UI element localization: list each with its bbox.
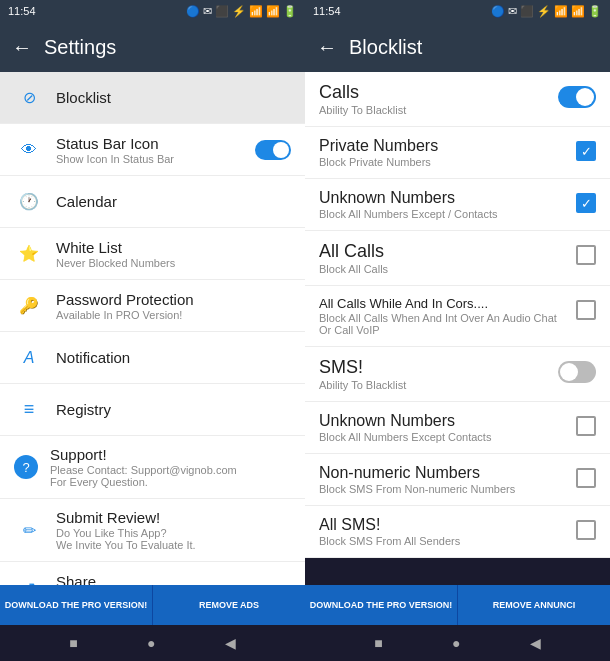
right-back-icon[interactable]: ← bbox=[317, 36, 337, 59]
share-text: Share Want To Share This App With Your F… bbox=[56, 573, 291, 586]
unknown-text: Unknown Numbers Block All Numbers Except… bbox=[319, 189, 568, 220]
all-sms-text: All SMS! Block SMS From All Senders bbox=[319, 516, 568, 547]
all-calls-while-text: All Calls While And In Cors.... Block Al… bbox=[319, 296, 568, 336]
registry-text: Registry bbox=[56, 401, 291, 418]
left-time: 11:54 bbox=[8, 5, 36, 17]
password-text: Password Protection Available In PRO Ver… bbox=[56, 291, 291, 321]
block-private-numbers[interactable]: Private Numbers Block Private Numbers ✓ bbox=[305, 127, 610, 179]
block-all-calls-while[interactable]: All Calls While And In Cors.... Block Al… bbox=[305, 286, 610, 347]
right-bottom-bar: DOWNLOAD THE PRO VERSION! REMOVE ANNUNCI bbox=[305, 585, 610, 625]
private-text: Private Numbers Block Private Numbers bbox=[319, 137, 568, 168]
settings-item-registry[interactable]: ≡ Registry bbox=[0, 384, 305, 436]
settings-item-blocklist[interactable]: ⊘ Blocklist bbox=[0, 72, 305, 124]
right-download-pro-button[interactable]: DOWNLOAD THE PRO VERSION! bbox=[305, 585, 458, 625]
settings-item-password[interactable]: 🔑 Password Protection Available In PRO V… bbox=[0, 280, 305, 332]
left-status-icons: 🔵 ✉ ⬛ ⚡ 📶 📶 🔋 bbox=[186, 5, 297, 18]
block-calls[interactable]: Calls Ability To Blacklist bbox=[305, 72, 610, 127]
left-nav-square[interactable]: ■ bbox=[69, 635, 77, 651]
right-title: Blocklist bbox=[349, 36, 422, 59]
notification-icon: A bbox=[14, 349, 44, 367]
left-bottom-bar: DOWNLOAD THE PRO VERSION! REMOVE ADS bbox=[0, 585, 305, 625]
left-remove-ads-button[interactable]: REMOVE ADS bbox=[153, 585, 305, 625]
whitelist-icon: ⭐ bbox=[14, 244, 44, 263]
settings-item-share[interactable]: ↗ Share Want To Share This App With Your… bbox=[0, 562, 305, 585]
statusbar-toggle[interactable] bbox=[255, 140, 291, 160]
statusbar-icon: 👁 bbox=[14, 141, 44, 159]
unknown-sms-text: Unknown Numbers Block All Numbers Except… bbox=[319, 412, 568, 443]
settings-list: ⊘ Blocklist 👁 Status Bar Icon Show Icon … bbox=[0, 72, 305, 585]
left-nav-back[interactable]: ◀ bbox=[225, 635, 236, 651]
settings-item-statusbar[interactable]: 👁 Status Bar Icon Show Icon In Status Ba… bbox=[0, 124, 305, 176]
right-nav-bar: ■ ● ◀ bbox=[305, 625, 610, 661]
sms-text: SMS! Ability To Blacklist bbox=[319, 357, 550, 391]
left-status-bar: 11:54 🔵 ✉ ⬛ ⚡ 📶 📶 🔋 bbox=[0, 0, 305, 22]
left-download-pro-button[interactable]: DOWNLOAD THE PRO VERSION! bbox=[0, 585, 153, 625]
review-icon: ✏ bbox=[14, 521, 44, 540]
support-icon: ? bbox=[14, 455, 38, 479]
right-header: ← Blocklist bbox=[305, 22, 610, 72]
calendar-icon: 🕐 bbox=[14, 192, 44, 211]
blocklist-text: Blocklist bbox=[56, 89, 291, 106]
right-status-bar: 11:54 🔵 ✉ ⬛ ⚡ 📶 📶 🔋 bbox=[305, 0, 610, 22]
right-remove-ads-button[interactable]: REMOVE ANNUNCI bbox=[458, 585, 610, 625]
block-all-sms[interactable]: All SMS! Block SMS From All Senders bbox=[305, 506, 610, 558]
unknown-checkbox[interactable]: ✓ bbox=[576, 193, 596, 213]
private-checkbox[interactable]: ✓ bbox=[576, 141, 596, 161]
block-sms[interactable]: SMS! Ability To Blacklist bbox=[305, 347, 610, 402]
unknown-sms-checkbox[interactable] bbox=[576, 416, 596, 436]
nonnumeric-text: Non-numeric Numbers Block SMS From Non-n… bbox=[319, 464, 568, 495]
whitelist-text: White List Never Blocked Numbers bbox=[56, 239, 291, 269]
right-time: 11:54 bbox=[313, 5, 341, 17]
statusbar-text: Status Bar Icon Show Icon In Status Bar bbox=[56, 135, 255, 165]
notification-text: Notification bbox=[56, 349, 291, 366]
left-nav-bar: ■ ● ◀ bbox=[0, 625, 305, 661]
settings-item-support[interactable]: ? Support! Please Contact: Support@vigno… bbox=[0, 436, 305, 499]
registry-icon: ≡ bbox=[14, 399, 44, 420]
all-sms-checkbox[interactable] bbox=[576, 520, 596, 540]
block-unknown-numbers[interactable]: Unknown Numbers Block All Numbers Except… bbox=[305, 179, 610, 231]
all-calls-while-checkbox[interactable] bbox=[576, 300, 596, 320]
calendar-text: Calendar bbox=[56, 193, 291, 210]
right-nav-back[interactable]: ◀ bbox=[530, 635, 541, 651]
right-nav-circle[interactable]: ● bbox=[452, 635, 460, 651]
support-text: Support! Please Contact: Support@vignob.… bbox=[50, 446, 291, 488]
block-all-calls[interactable]: All Calls Block All Calls bbox=[305, 231, 610, 286]
left-back-icon[interactable]: ← bbox=[12, 36, 32, 59]
review-text: Submit Review! Do You Like This App? We … bbox=[56, 509, 291, 551]
left-title: Settings bbox=[44, 36, 116, 59]
blocklist-list: Calls Ability To Blacklist Private Numbe… bbox=[305, 72, 610, 585]
left-nav-circle[interactable]: ● bbox=[147, 635, 155, 651]
calls-toggle[interactable] bbox=[558, 86, 596, 108]
share-icon: ↗ bbox=[14, 578, 44, 585]
right-nav-square[interactable]: ■ bbox=[374, 635, 382, 651]
settings-item-review[interactable]: ✏ Submit Review! Do You Like This App? W… bbox=[0, 499, 305, 562]
right-status-icons: 🔵 ✉ ⬛ ⚡ 📶 📶 🔋 bbox=[491, 5, 602, 18]
all-calls-checkbox[interactable] bbox=[576, 245, 596, 265]
blocklist-icon: ⊘ bbox=[14, 88, 44, 107]
all-calls-text: All Calls Block All Calls bbox=[319, 241, 568, 275]
sms-toggle[interactable] bbox=[558, 361, 596, 383]
left-header: ← Settings bbox=[0, 22, 305, 72]
nonnumeric-checkbox[interactable] bbox=[576, 468, 596, 488]
block-nonnumeric[interactable]: Non-numeric Numbers Block SMS From Non-n… bbox=[305, 454, 610, 506]
settings-item-calendar[interactable]: 🕐 Calendar bbox=[0, 176, 305, 228]
settings-item-whitelist[interactable]: ⭐ White List Never Blocked Numbers bbox=[0, 228, 305, 280]
settings-item-notification[interactable]: A Notification bbox=[0, 332, 305, 384]
block-unknown-sms[interactable]: Unknown Numbers Block All Numbers Except… bbox=[305, 402, 610, 454]
calls-text: Calls Ability To Blacklist bbox=[319, 82, 550, 116]
password-icon: 🔑 bbox=[14, 296, 44, 315]
